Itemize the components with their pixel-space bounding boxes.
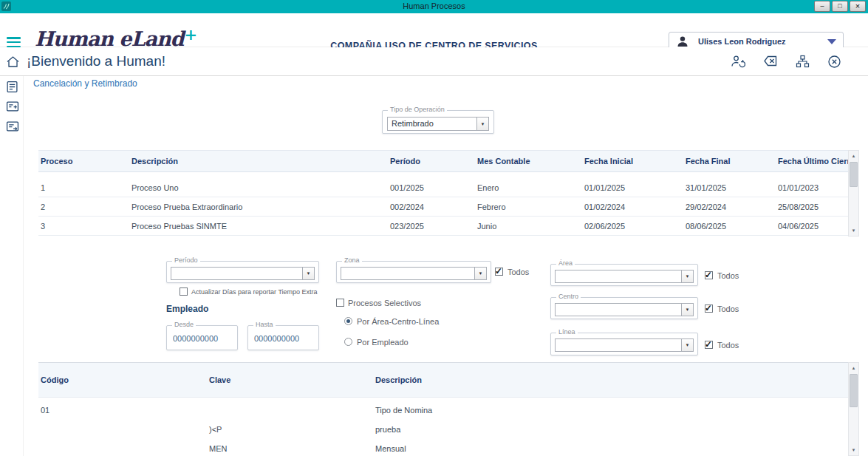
table-row[interactable]: MEN Mensual xyxy=(38,439,848,456)
table-row[interactable]: 01 Tipo de Nomina xyxy=(38,401,848,420)
area-todos-label: Todos xyxy=(717,271,739,280)
column-header: Código xyxy=(38,375,207,384)
table-cell: 08/06/2025 xyxy=(683,222,776,231)
welcome-bar: ¡Bienvenido a Human! xyxy=(0,47,868,76)
column-header: Clave xyxy=(207,375,373,384)
table-cell: 04/06/2025 xyxy=(776,222,848,231)
chevron-down-icon[interactable]: ▼ xyxy=(474,268,486,279)
scrollbar-thumb[interactable] xyxy=(850,162,858,187)
centro-todos-label: Todos xyxy=(717,304,739,313)
table-row[interactable]: )<P prueba xyxy=(38,420,848,439)
table-cell: 25/08/2025 xyxy=(776,203,848,211)
table-cell: 2 xyxy=(38,203,129,211)
table-row[interactable]: 3 Proceso Pruebas SINMTE 023/2025 Junio … xyxy=(38,217,848,236)
area-fieldset: Área ▼ xyxy=(550,264,698,286)
sidebar-divider xyxy=(23,76,24,456)
home-icon[interactable] xyxy=(6,55,20,68)
periodo-fieldset: Período ▼ xyxy=(166,261,319,283)
procesos-selectivos-label: Procesos Selectivos xyxy=(348,299,421,307)
scroll-up-icon[interactable]: ▲ xyxy=(849,363,858,373)
desde-input[interactable] xyxy=(173,334,233,343)
org-chart-icon[interactable] xyxy=(796,55,810,69)
chevron-down-icon[interactable] xyxy=(827,39,836,44)
table-cell: 29/02/2024 xyxy=(683,203,776,211)
desde-fieldset: Desde xyxy=(166,325,238,350)
centro-todos-checkbox[interactable] xyxy=(705,304,713,313)
scrollbar-thumb[interactable] xyxy=(850,374,858,407)
column-header: Período xyxy=(388,157,475,166)
card-export-icon[interactable] xyxy=(6,120,19,132)
user-name: Ulises Leon Rodriguez xyxy=(698,37,827,46)
table-row[interactable]: 2 Proceso Prueba Extraordinario 002/2024… xyxy=(38,197,848,217)
table-cell: 31/01/2025 xyxy=(683,183,776,192)
table-cell: 3 xyxy=(38,222,129,231)
breadcrumb[interactable]: Cancelación y Retimbrado xyxy=(33,78,137,89)
table-cell: 01/01/2023 xyxy=(776,183,848,192)
linea-fieldset: Línea ▼ xyxy=(550,333,698,355)
table-cell: 002/2024 xyxy=(388,203,475,211)
chevron-down-icon[interactable]: ▼ xyxy=(681,304,693,316)
table-cell: 001/2025 xyxy=(388,183,475,192)
scroll-down-icon[interactable]: ▼ xyxy=(849,225,858,236)
close-circle-icon[interactable] xyxy=(827,55,841,69)
area-todos-checkbox[interactable] xyxy=(705,271,713,279)
scroll-up-icon[interactable]: ▲ xyxy=(849,151,858,161)
table-cell: Junio xyxy=(475,222,582,231)
table-cell: Febrero xyxy=(475,203,582,211)
linea-label: Línea xyxy=(556,328,578,336)
table-cell: Enero xyxy=(475,183,582,192)
app-header: Human eLand+ COMPAÑIA USO DE CENTRO DE S… xyxy=(0,13,868,47)
periodo-select[interactable]: ▼ xyxy=(171,267,315,280)
chevron-down-icon[interactable]: ▼ xyxy=(302,268,314,279)
linea-todos-checkbox[interactable] xyxy=(705,341,713,349)
zona-todos-label: Todos xyxy=(508,268,529,276)
refresh-user-icon[interactable] xyxy=(731,55,745,69)
column-header: Fecha Último Cierre xyxy=(776,157,848,166)
clear-backspace-icon[interactable] xyxy=(763,55,778,69)
por-empleado-radio[interactable] xyxy=(344,338,352,346)
operation-type-select[interactable]: Retimbrado ▼ xyxy=(387,117,489,131)
procesos-selectivos-checkbox[interactable] xyxy=(336,299,344,307)
zona-fieldset: Zona ▼ xyxy=(336,261,491,283)
column-header: Fecha Final xyxy=(683,157,776,166)
linea-todos-label: Todos xyxy=(717,341,739,350)
maximize-button[interactable]: □ xyxy=(832,1,848,12)
centro-label: Centro xyxy=(556,293,581,300)
chevron-down-icon[interactable]: ▼ xyxy=(681,339,693,351)
zona-select[interactable]: ▼ xyxy=(341,267,487,280)
minimize-button[interactable]: – xyxy=(814,1,830,12)
update-days-label: Actualizar Días para reportar Tiempo Ext… xyxy=(191,288,318,296)
process-table-scrollbar[interactable]: ▲ ▼ xyxy=(848,150,859,236)
periodo-value xyxy=(171,268,302,279)
zona-todos-checkbox[interactable] xyxy=(495,268,503,276)
table-cell: 01/02/2024 xyxy=(582,203,683,211)
column-header: Fecha Inicial xyxy=(582,157,683,166)
table-cell: Tipo de Nomina xyxy=(373,406,848,415)
detail-table-header: Código Clave Descripción xyxy=(38,362,848,398)
hasta-label: Hasta xyxy=(253,321,276,328)
scroll-down-icon[interactable]: ▼ xyxy=(849,445,858,455)
centro-select[interactable]: ▼ xyxy=(555,303,694,316)
area-select[interactable]: ▼ xyxy=(555,270,694,283)
table-cell: )<P xyxy=(207,425,373,434)
linea-select[interactable]: ▼ xyxy=(555,338,694,352)
operation-type-fieldset: Tipo de Operación Retimbrado ▼ xyxy=(382,110,494,134)
table-cell: Proceso Prueba Extraordinario xyxy=(129,203,388,211)
detail-table-scrollbar[interactable]: ▲ ▼ xyxy=(848,362,859,456)
hasta-fieldset: Hasta xyxy=(247,325,319,350)
close-button[interactable]: × xyxy=(850,1,866,12)
card-plus-icon[interactable] xyxy=(6,101,19,112)
form-list-icon[interactable] xyxy=(6,81,18,93)
por-area-radio[interactable] xyxy=(344,317,352,325)
table-row[interactable]: 1 Proceso Uno 001/2025 Enero 01/01/2025 … xyxy=(38,178,848,197)
chevron-down-icon[interactable]: ▼ xyxy=(681,270,693,282)
zona-label: Zona xyxy=(342,256,362,264)
window-titlebar[interactable]: Human Procesos – □ × xyxy=(0,0,868,13)
page-title: ¡Bienvenido a Human! xyxy=(27,53,165,69)
chevron-down-icon[interactable]: ▼ xyxy=(476,118,488,130)
hasta-input[interactable] xyxy=(254,334,315,343)
zona-value xyxy=(341,268,474,279)
update-days-checkbox[interactable] xyxy=(180,287,188,296)
area-label: Área xyxy=(556,259,575,267)
table-cell: 023/2025 xyxy=(388,222,475,231)
